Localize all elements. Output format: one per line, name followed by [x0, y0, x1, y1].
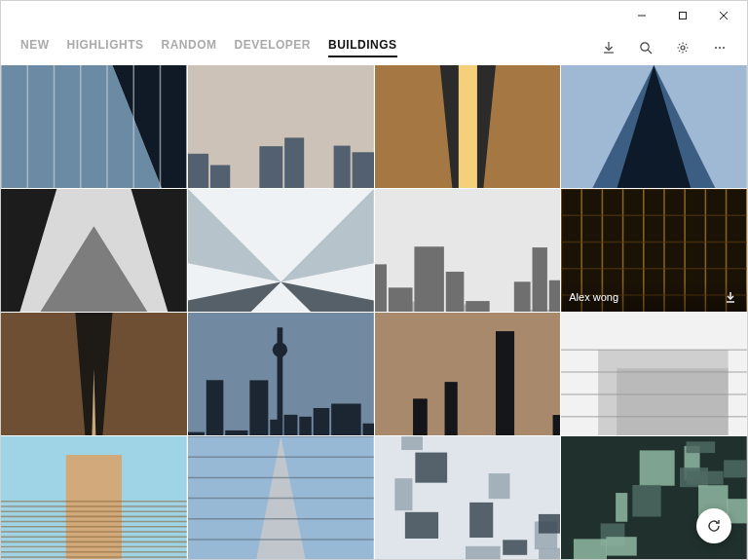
svg-rect-115	[495, 331, 513, 435]
svg-rect-26	[284, 137, 304, 188]
thumbnail-art	[188, 65, 374, 188]
image-grid: Alex wong	[1, 65, 747, 559]
thumbnail[interactable]: Alex wong	[561, 189, 747, 312]
thumbnail-art	[375, 313, 561, 435]
maximize-button[interactable]	[663, 2, 702, 29]
thumbnail[interactable]	[561, 65, 747, 188]
svg-point-7	[715, 47, 717, 49]
tab-buildings[interactable]: BUILDINGS	[328, 38, 397, 57]
thumbnail[interactable]	[1, 436, 187, 559]
svg-rect-104	[375, 313, 561, 435]
svg-rect-65	[548, 280, 560, 312]
svg-rect-109	[444, 382, 457, 435]
thumbnail[interactable]	[1, 65, 187, 188]
tab-highlights[interactable]: HIGHLIGHTS	[67, 38, 144, 57]
svg-rect-23	[210, 165, 230, 188]
gear-icon[interactable]	[671, 36, 694, 59]
svg-rect-169	[640, 450, 675, 485]
refresh-button[interactable]	[696, 508, 731, 543]
svg-rect-58	[388, 287, 412, 312]
thumbnail-art	[1, 65, 187, 188]
svg-rect-155	[404, 512, 437, 539]
thumbnail-art	[375, 65, 561, 188]
tab-random[interactable]: RANDOM	[162, 38, 217, 57]
thumbnail[interactable]	[188, 189, 374, 312]
svg-rect-114	[552, 415, 560, 435]
thumbnail-art	[1, 189, 187, 312]
svg-rect-166	[488, 473, 509, 499]
thumbnail[interactable]	[561, 313, 747, 435]
svg-rect-100	[362, 424, 373, 435]
thumbnail-art	[561, 65, 747, 188]
thumbnail[interactable]	[375, 436, 561, 559]
download-icon[interactable]	[597, 36, 620, 59]
svg-rect-64	[532, 247, 546, 312]
header: NEW HIGHLIGHTS RANDOM DEVELOPER BUILDING…	[1, 30, 747, 65]
search-icon[interactable]	[634, 36, 657, 59]
svg-rect-161	[469, 503, 493, 538]
svg-rect-162	[401, 436, 423, 450]
more-icon[interactable]	[708, 36, 731, 59]
svg-rect-154	[465, 546, 500, 559]
svg-point-8	[719, 47, 721, 49]
svg-rect-99	[331, 403, 361, 435]
thumbnail-art	[375, 436, 561, 559]
thumbnail[interactable]	[188, 436, 374, 559]
thumbnail[interactable]	[375, 313, 561, 435]
svg-rect-170	[724, 460, 747, 477]
svg-rect-93	[225, 430, 247, 435]
svg-rect-180	[633, 485, 661, 517]
svg-rect-63	[513, 281, 530, 312]
svg-rect-34	[458, 65, 476, 188]
download-thumbnail-icon[interactable]	[722, 288, 739, 306]
author-label: Alex wong	[569, 291, 618, 303]
thumbnail-art	[561, 313, 747, 435]
svg-rect-158	[394, 478, 412, 510]
svg-rect-29	[333, 146, 350, 188]
thumbnail-art	[1, 436, 187, 559]
thumbnail[interactable]	[1, 313, 187, 435]
svg-rect-25	[259, 146, 282, 188]
titlebar	[1, 1, 747, 30]
close-button[interactable]	[704, 2, 743, 29]
svg-rect-165	[538, 514, 560, 534]
thumbnail-art	[1, 313, 187, 435]
svg-point-6	[681, 46, 685, 50]
svg-rect-176	[687, 441, 716, 453]
svg-rect-156	[539, 548, 561, 559]
svg-rect-173	[607, 537, 637, 555]
thumbnail[interactable]	[375, 189, 561, 312]
svg-rect-107	[413, 398, 428, 435]
thumbnail[interactable]	[188, 313, 374, 435]
tabs: NEW HIGHLIGHTS RANDOM DEVELOPER BUILDING…	[20, 38, 397, 57]
minimize-button[interactable]	[622, 2, 661, 29]
thumbnail[interactable]	[188, 65, 374, 188]
svg-rect-157	[503, 540, 527, 554]
toolbar	[597, 36, 731, 59]
app-window: NEW HIGHLIGHTS RANDOM DEVELOPER BUILDING…	[0, 0, 748, 560]
thumbnail-art	[375, 189, 561, 312]
svg-rect-94	[249, 380, 268, 435]
svg-rect-59	[414, 246, 443, 312]
thumbnail-overlay: Alex wong	[561, 282, 747, 312]
thumbnail[interactable]	[1, 189, 187, 312]
svg-rect-183	[616, 493, 627, 522]
thumbnail-art	[188, 313, 374, 435]
svg-rect-97	[299, 417, 311, 435]
svg-rect-118	[617, 368, 728, 435]
svg-rect-91	[188, 432, 205, 435]
svg-rect-98	[313, 408, 329, 435]
svg-point-102	[273, 343, 287, 357]
tab-new[interactable]: NEW	[20, 38, 50, 57]
thumbnail[interactable]	[375, 65, 561, 188]
svg-rect-60	[445, 272, 464, 312]
svg-rect-174	[687, 471, 724, 485]
svg-rect-92	[206, 380, 224, 435]
svg-point-9	[723, 47, 725, 49]
tab-developer[interactable]: DEVELOPER	[235, 38, 312, 57]
svg-line-5	[648, 50, 652, 54]
svg-rect-96	[283, 415, 297, 435]
svg-point-4	[641, 43, 649, 51]
svg-rect-57	[375, 264, 387, 312]
svg-rect-1	[680, 13, 687, 19]
